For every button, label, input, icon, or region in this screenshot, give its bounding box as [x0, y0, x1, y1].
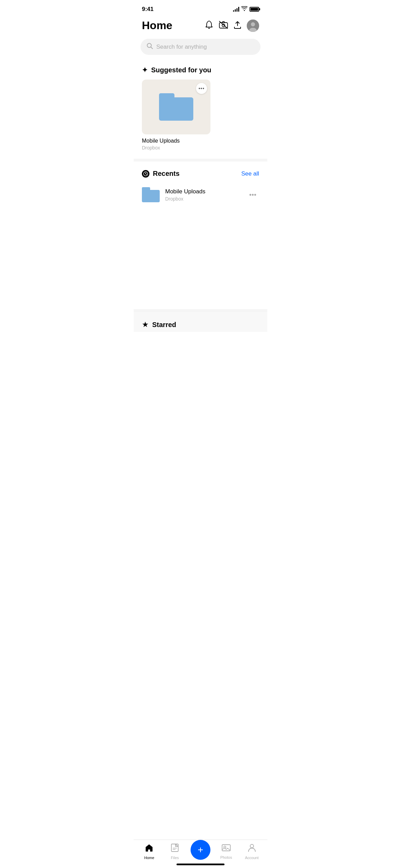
avatar[interactable] — [247, 20, 259, 32]
notification-icon[interactable] — [205, 20, 213, 31]
search-placeholder: Search for anything — [156, 44, 207, 50]
suggested-title: ✦ Suggested for you — [142, 66, 211, 74]
status-icons — [233, 6, 259, 12]
starred-header: ★ Starred — [134, 319, 267, 332]
section-divider-2 — [134, 309, 267, 312]
suggested-card-thumbnail: ••• — [142, 80, 210, 134]
suggested-scroll: ••• Mobile Uploads Dropbox — [134, 80, 267, 159]
recents-title: Recents — [142, 170, 180, 178]
header-actions — [205, 20, 259, 32]
sparkle-icon: ✦ — [142, 66, 148, 74]
header: Home — [134, 16, 267, 37]
suggested-card-name: Mobile Uploads — [142, 138, 210, 144]
star-icon: ★ — [142, 320, 149, 329]
search-icon — [147, 43, 153, 51]
recent-more-button[interactable]: ••• — [246, 188, 259, 202]
main-content: ✦ Suggested for you ••• Mobile Uploads D… — [134, 62, 267, 366]
svg-line-7 — [151, 47, 153, 49]
search-bar[interactable]: Search for anything — [141, 39, 260, 55]
page-title: Home — [142, 19, 172, 32]
status-time: 9:41 — [142, 6, 154, 13]
recents-section-header: Recents See all — [134, 168, 267, 183]
suggested-card: ••• Mobile Uploads Dropbox — [142, 80, 210, 150]
recent-item: Mobile Uploads Dropbox ••• — [134, 183, 267, 206]
starred-section: ★ Starred — [134, 312, 267, 332]
starred-title: Starred — [152, 321, 176, 329]
battery-icon — [250, 7, 259, 12]
see-all-button[interactable]: See all — [241, 170, 259, 177]
wifi-icon — [241, 6, 247, 12]
recent-info: Mobile Uploads Dropbox — [165, 188, 241, 202]
status-bar: 9:41 — [134, 0, 267, 16]
folder-icon-small — [142, 187, 160, 202]
recent-item-name: Mobile Uploads — [165, 188, 241, 195]
signal-bars-icon — [233, 7, 239, 12]
recent-item-source: Dropbox — [165, 196, 241, 202]
suggested-more-button[interactable]: ••• — [196, 83, 207, 94]
svg-point-4 — [251, 22, 255, 26]
camera-off-icon[interactable] — [219, 20, 228, 31]
section-divider — [134, 159, 267, 161]
suggested-section: ✦ Suggested for you ••• Mobile Uploads D… — [134, 62, 267, 159]
content-spacer — [134, 206, 267, 309]
suggested-section-header: ✦ Suggested for you — [134, 64, 267, 80]
clock-icon — [142, 170, 149, 178]
recents-section: Recents See all Mobile Uploads Dropbox •… — [134, 161, 267, 206]
svg-line-10 — [146, 174, 147, 174]
suggested-card-source: Dropbox — [142, 145, 210, 150]
folder-icon — [159, 93, 193, 121]
upload-icon[interactable] — [234, 20, 241, 31]
more-dots-icon: ••• — [198, 86, 205, 91]
